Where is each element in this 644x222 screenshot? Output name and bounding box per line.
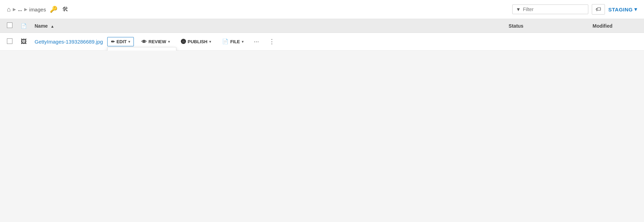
status-col-label: Status	[509, 23, 524, 29]
pencil-icon: ✏	[111, 39, 115, 44]
header-modified-col: Modified	[568, 23, 637, 29]
edit-dropdown-menu: 🖼 Image 🔑 Access ⏰ Reminders	[107, 47, 176, 51]
file-button[interactable]: 📄 FILE ▾	[219, 37, 247, 46]
breadcrumb-dots[interactable]: ...	[18, 7, 22, 12]
toolbar-left: ⌂ ▶ ... ▶ images 🔑 🛠	[7, 4, 509, 14]
edit-caret: ▾	[128, 40, 130, 44]
breadcrumb-sep1: ▶	[13, 7, 16, 12]
modified-col-label: Modified	[592, 23, 613, 29]
row-checkbox[interactable]	[7, 38, 12, 44]
header-status-col: Status	[464, 23, 568, 29]
tag-button[interactable]: 🏷	[592, 4, 605, 15]
file-label: FILE	[230, 39, 240, 44]
publish-label: PUBLISH	[188, 39, 208, 44]
more-options-button[interactable]: ···	[251, 37, 262, 47]
file-caret: ▾	[242, 40, 243, 44]
publish-icon: 🅐	[181, 39, 186, 45]
edit-button[interactable]: ✏ EDIT ▾	[107, 37, 134, 46]
key-icon[interactable]: 🔑	[49, 4, 58, 14]
breadcrumb-sep2: ▶	[24, 7, 27, 12]
table-header: 📄 Name ▲ Status Modified	[0, 19, 644, 33]
publish-caret: ▾	[209, 40, 211, 44]
filter-input[interactable]	[523, 7, 578, 12]
file-icon: 📄	[222, 38, 229, 45]
header-check-col	[7, 22, 21, 29]
row-name-section: GettyImages-1393286689.jpg ✏ EDIT ▾ 🖼 Im…	[35, 36, 637, 47]
doc-icon: 📄	[21, 23, 27, 29]
briefcase-icon[interactable]: 🛠	[61, 5, 70, 14]
publish-button[interactable]: 🅐 PUBLISH ▾	[177, 37, 214, 46]
header-name-col[interactable]: Name ▲	[35, 23, 464, 29]
kebab-menu-button[interactable]: ⋮	[266, 36, 278, 47]
home-icon[interactable]: ⌂	[7, 6, 11, 13]
row-icon-col: 🖼	[21, 38, 35, 45]
edit-label: EDIT	[117, 39, 127, 44]
toolbar: ⌂ ▶ ... ▶ images 🔑 🛠 ▼ 🏷 STAGING ▾	[0, 0, 644, 19]
review-button[interactable]: 👁 REVIEW ▾	[138, 37, 173, 46]
edit-btn-wrap: ✏ EDIT ▾ 🖼 Image 🔑 Access ⏰ Reminders	[107, 37, 134, 46]
staging-label: STAGING	[608, 7, 633, 12]
review-label: REVIEW	[148, 39, 166, 44]
filter-icon: ▼	[516, 7, 521, 12]
name-sort-icon: ▲	[50, 24, 54, 28]
staging-button[interactable]: STAGING ▾	[608, 6, 637, 12]
breadcrumb: ⌂ ▶ ... ▶ images	[7, 6, 46, 13]
name-col-label: Name	[35, 23, 48, 29]
toolbar-right: ▼ 🏷 STAGING ▾	[512, 4, 637, 15]
table-row: 🖼 GettyImages-1393286689.jpg ✏ EDIT ▾ 🖼 …	[0, 33, 644, 50]
row-check-col	[7, 38, 21, 45]
review-caret: ▾	[168, 40, 170, 44]
breadcrumb-images[interactable]: images	[29, 7, 46, 12]
select-all-checkbox[interactable]	[7, 22, 12, 28]
dropdown-item-image[interactable]: 🖼 Image	[108, 47, 176, 51]
filter-input-wrap: ▼	[512, 4, 588, 14]
file-name-link[interactable]: GettyImages-1393286689.jpg	[35, 39, 103, 45]
header-icon-col: 📄	[21, 23, 35, 29]
review-icon: 👁	[141, 39, 147, 45]
file-type-icon: 🖼	[21, 38, 27, 45]
staging-caret: ▾	[634, 6, 637, 12]
